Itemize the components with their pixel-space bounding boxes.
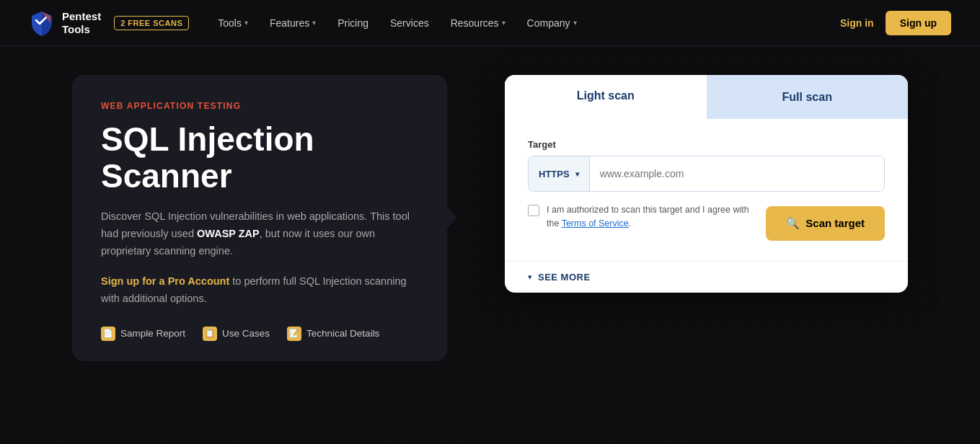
sign-in-button[interactable]: Sign in xyxy=(840,17,874,29)
hero-panel: WEB APPLICATION TESTING SQL Injection Sc… xyxy=(72,75,447,361)
bottom-links: 📄 Sample Report 📋 Use Cases 📝 Technical … xyxy=(101,327,418,341)
target-label: Target xyxy=(528,139,885,150)
sample-report-icon: 📄 xyxy=(101,327,115,341)
nav-links: Tools ▾ Features ▾ Pricing Services Reso… xyxy=(209,12,840,35)
scan-target-button[interactable]: 🔍 Scan target xyxy=(766,206,885,241)
nav-services[interactable]: Services xyxy=(381,12,438,35)
sample-report-link[interactable]: 📄 Sample Report xyxy=(101,327,185,341)
page-title: SQL Injection Scanner xyxy=(101,121,418,194)
chevron-down-icon: ▾ xyxy=(502,19,506,27)
main-content: WEB APPLICATION TESTING SQL Injection Sc… xyxy=(0,46,980,444)
nav-actions: Sign in Sign up xyxy=(840,11,951,35)
tab-light-scan[interactable]: Light scan xyxy=(505,75,707,119)
logo-text: Pentest Tools xyxy=(62,10,101,36)
navbar: Pentest Tools 2 FREE SCANS Tools ▾ Featu… xyxy=(0,0,980,46)
search-icon: 🔍 xyxy=(786,217,800,230)
free-scans-badge[interactable]: 2 FREE SCANS xyxy=(114,16,189,30)
pro-account-text: Sign up for a Pro Account to perform ful… xyxy=(101,273,418,308)
chevron-down-icon: ▾ xyxy=(244,19,248,27)
pro-account-link[interactable]: Sign up for a Pro Account xyxy=(101,275,229,287)
see-more-row[interactable]: ▾ SEE MORE xyxy=(505,261,908,293)
technical-details-label: Technical Details xyxy=(306,328,379,339)
description-text: Discover SQL Injection vulnerabilities i… xyxy=(101,208,418,260)
scan-button-label: Scan target xyxy=(805,217,865,229)
use-cases-link[interactable]: 📋 Use Cases xyxy=(203,327,270,341)
authorize-text: I am authorized to scan this target and … xyxy=(547,203,757,231)
chevron-down-icon: ▾ xyxy=(528,272,532,282)
logo[interactable]: Pentest Tools xyxy=(29,10,101,36)
scan-tabs: Light scan Full scan xyxy=(505,75,908,119)
target-input-row: HTTPS ▾ xyxy=(528,156,885,192)
action-row: I am authorized to scan this target and … xyxy=(528,203,885,244)
use-cases-label: Use Cases xyxy=(222,328,270,339)
section-label: WEB APPLICATION TESTING xyxy=(101,101,418,111)
scan-form-panel: Light scan Full scan Target HTTPS ▾ I am… xyxy=(505,75,908,293)
protocol-select[interactable]: HTTPS ▾ xyxy=(529,156,590,191)
use-cases-icon: 📋 xyxy=(203,327,217,341)
nav-company[interactable]: Company ▾ xyxy=(518,12,586,35)
scan-body: Target HTTPS ▾ I am authorized to scan t… xyxy=(505,119,908,261)
technical-details-icon: 📝 xyxy=(287,327,301,341)
see-more-label: SEE MORE xyxy=(538,272,591,283)
sample-report-label: Sample Report xyxy=(120,328,185,339)
authorize-row: I am authorized to scan this target and … xyxy=(528,203,757,231)
chevron-down-icon: ▾ xyxy=(573,19,577,27)
chevron-down-icon: ▾ xyxy=(575,170,579,178)
chevron-down-icon: ▾ xyxy=(312,19,316,27)
authorize-checkbox[interactable] xyxy=(528,205,539,216)
terms-link[interactable]: Terms of Service xyxy=(562,218,629,228)
nav-tools[interactable]: Tools ▾ xyxy=(209,12,257,35)
technical-details-link[interactable]: 📝 Technical Details xyxy=(287,327,379,341)
url-input[interactable] xyxy=(590,156,884,191)
nav-resources[interactable]: Resources ▾ xyxy=(442,12,514,35)
panel-arrow xyxy=(447,208,457,228)
protocol-label: HTTPS xyxy=(539,169,570,179)
nav-features[interactable]: Features ▾ xyxy=(261,12,325,35)
nav-pricing[interactable]: Pricing xyxy=(329,12,377,35)
sign-up-button[interactable]: Sign up xyxy=(886,11,951,35)
tab-full-scan[interactable]: Full scan xyxy=(707,75,909,119)
